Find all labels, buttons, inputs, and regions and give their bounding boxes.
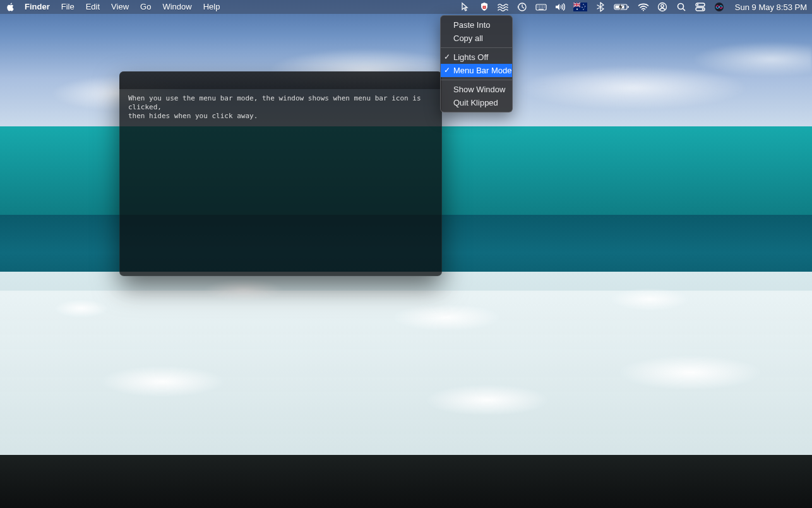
svg-point-8	[585, 6, 585, 6]
svg-point-18	[678, 4, 683, 9]
menu-bar: Finder File Edit View Go Window Help 1	[0, 0, 812, 14]
apple-menu-icon[interactable]	[6, 3, 15, 11]
cursor-arrow-icon[interactable]	[460, 1, 471, 13]
menu-item-label: Show Window	[453, 85, 505, 94]
menu-item-label: Copy all	[453, 33, 483, 43]
menu-separator	[441, 47, 512, 48]
bluetooth-icon[interactable]	[595, 1, 606, 13]
svg-point-15	[643, 10, 644, 11]
menu-bar-status-area: 1	[460, 1, 807, 13]
menu-window[interactable]: Window	[157, 0, 197, 14]
klipped-window-titlebar[interactable]	[119, 71, 442, 89]
control-center-icon[interactable]	[695, 1, 706, 13]
time-machine-icon[interactable]	[516, 1, 528, 13]
svg-point-10	[582, 7, 582, 8]
menu-go[interactable]: Go	[134, 0, 157, 14]
checkmark-icon: ✓	[444, 52, 450, 63]
svg-point-11	[584, 8, 585, 8]
keyboard-icon[interactable]	[535, 1, 547, 13]
user-icon[interactable]	[657, 1, 668, 13]
spotlight-icon[interactable]	[676, 1, 687, 13]
klipped-window-text[interactable]: When you use the menu bar mode, the wind…	[119, 89, 442, 126]
svg-point-20	[697, 4, 699, 6]
siri-icon[interactable]	[713, 1, 725, 13]
svg-rect-13	[628, 6, 629, 8]
menu-separator	[441, 80, 512, 80]
menu-item-quit-klipped[interactable]: Quit Klipped	[441, 96, 512, 109]
wifi-icon[interactable]	[638, 1, 649, 13]
app-name[interactable]: Finder	[19, 0, 56, 14]
svg-point-7	[583, 4, 583, 4]
menu-bar-clock[interactable]: Sun 9 May 8:53 PM	[732, 3, 807, 12]
menu-item-menu-bar-mode[interactable]: ✓ Menu Bar Mode	[441, 64, 512, 77]
klipped-dropdown-menu: Paste Into Copy all ✓ Lights Off ✓ Menu …	[440, 15, 513, 112]
menu-item-label: Menu Bar Mode	[453, 66, 512, 75]
menu-item-lights-off[interactable]: ✓ Lights Off	[441, 51, 512, 64]
menu-item-label: Quit Klipped	[453, 98, 498, 107]
menu-item-label: Paste Into	[453, 20, 491, 30]
shield-badge-icon[interactable]: 1	[479, 1, 490, 13]
svg-point-22	[702, 8, 704, 10]
menu-item-show-window[interactable]: Show Window	[441, 83, 512, 96]
svg-point-9	[583, 9, 583, 9]
menu-file[interactable]: File	[56, 0, 80, 14]
menu-help[interactable]: Help	[198, 0, 226, 14]
battery-icon[interactable]	[614, 1, 630, 13]
volume-icon[interactable]	[554, 1, 566, 13]
svg-point-17	[661, 4, 664, 7]
svg-point-6	[576, 8, 578, 9]
menu-item-copy-all[interactable]: Copy all	[441, 32, 512, 45]
menu-view[interactable]: View	[105, 0, 134, 14]
menu-item-label: Lights Off	[453, 52, 488, 62]
app-menu: Finder File Edit View Go Window Help	[19, 0, 225, 14]
klipped-window[interactable]: When you use the menu bar mode, the wind…	[119, 71, 442, 276]
checkmark-icon: ✓	[444, 65, 450, 76]
flag-au-icon[interactable]	[573, 1, 587, 13]
waves-icon[interactable]	[498, 1, 509, 13]
svg-text:1: 1	[483, 5, 485, 9]
menu-edit[interactable]: Edit	[80, 0, 105, 14]
menu-item-paste-into[interactable]: Paste Into	[441, 18, 512, 32]
